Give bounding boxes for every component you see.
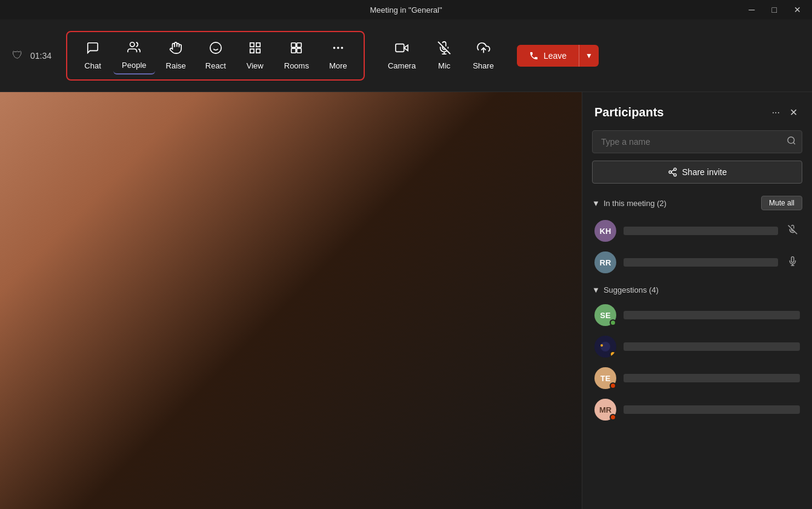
- svg-point-1: [210, 42, 221, 53]
- raise-button[interactable]: Raise: [158, 38, 195, 74]
- suggestion-te[interactable]: TE: [592, 362, 802, 394]
- search-icon-button[interactable]: [787, 136, 796, 148]
- rooms-icon: [290, 41, 303, 58]
- svg-rect-16: [396, 44, 404, 52]
- more-button[interactable]: More: [320, 38, 356, 74]
- more-label: More: [329, 61, 347, 70]
- panel-close-button[interactable]: ✕: [787, 104, 800, 121]
- maximize-button[interactable]: □: [768, 4, 780, 16]
- svg-line-26: [671, 173, 674, 175]
- in-meeting-title[interactable]: ▼ In this meeting (2): [592, 199, 667, 208]
- svg-rect-8: [291, 42, 296, 47]
- svg-rect-5: [256, 42, 260, 46]
- svg-rect-10: [291, 48, 296, 52]
- share-button[interactable]: Share: [464, 38, 502, 74]
- title-bar: Meeting in "General" ─ □ ✕: [0, 0, 812, 19]
- toolbar-right: Camera Mic Share: [379, 38, 502, 74]
- participant-rr-name: [624, 258, 778, 267]
- search-box: [592, 130, 802, 153]
- people-label: People: [122, 61, 146, 70]
- share-invite-label: Share invite: [682, 167, 727, 177]
- avatar-dark: [594, 336, 616, 358]
- status-dot-se: [610, 319, 616, 326]
- avatar-te: TE: [594, 367, 616, 389]
- share-invite-button[interactable]: Share invite: [592, 161, 802, 184]
- participants-panel: Participants ··· ✕ Sha: [582, 92, 812, 509]
- toolbar-left: 🛡 01:34: [12, 49, 52, 62]
- suggestion-mr[interactable]: MR: [592, 394, 802, 425]
- svg-point-33: [601, 344, 603, 347]
- people-icon: [127, 41, 141, 57]
- camera-button[interactable]: Camera: [379, 38, 424, 74]
- in-meeting-section: ▼ In this meeting (2) Mute all KH: [582, 193, 812, 283]
- react-icon: [209, 41, 222, 58]
- suggestion-mr-name: [624, 405, 800, 414]
- people-button[interactable]: People: [113, 37, 155, 75]
- call-timer: 01:34: [30, 51, 52, 61]
- svg-point-13: [337, 47, 339, 49]
- window-title: Meeting in "General": [370, 5, 442, 15]
- panel-more-button[interactable]: ···: [770, 105, 782, 121]
- leave-button-group: Leave ▼: [517, 45, 599, 67]
- svg-point-12: [333, 47, 336, 49]
- svg-marker-15: [404, 45, 408, 50]
- toolbar-center-group: Chat People Rais: [66, 31, 365, 81]
- status-dot-mr: [610, 414, 616, 421]
- view-button[interactable]: View: [237, 38, 273, 74]
- rooms-label: Rooms: [284, 61, 309, 70]
- camera-icon: [395, 41, 408, 58]
- mic-button[interactable]: Mic: [429, 38, 459, 74]
- svg-line-27: [671, 170, 674, 171]
- shield-icon: 🛡: [12, 49, 23, 62]
- suggestion-dark[interactable]: [592, 331, 802, 362]
- minimize-button[interactable]: ─: [745, 4, 759, 16]
- suggestions-title[interactable]: ▼ Suggestions (4): [592, 285, 659, 294]
- mic-on-icon-rr[interactable]: [785, 254, 800, 271]
- leave-button[interactable]: Leave: [517, 45, 579, 67]
- panel-header-actions: ··· ✕: [770, 104, 800, 121]
- rooms-button[interactable]: Rooms: [276, 38, 318, 74]
- panel-header: Participants ··· ✕: [582, 92, 812, 130]
- panel-title: Participants: [594, 105, 664, 119]
- participant-kh[interactable]: KH: [592, 215, 802, 247]
- mute-all-button[interactable]: Mute all: [761, 196, 802, 210]
- suggestions-label: Suggestions (4): [604, 285, 659, 294]
- svg-point-0: [130, 42, 135, 46]
- participant-rr[interactable]: RR: [592, 247, 802, 278]
- suggestion-se[interactable]: SE: [592, 299, 802, 331]
- panel-scroll: ▼ In this meeting (2) Mute all KH: [582, 193, 812, 509]
- in-meeting-label: In this meeting (2): [604, 199, 667, 208]
- chevron-down-icon-suggestions: ▼: [592, 285, 600, 294]
- raise-label: Raise: [166, 61, 186, 70]
- mic-off-icon-kh[interactable]: [785, 222, 800, 239]
- participant-search-input[interactable]: [592, 130, 802, 153]
- suggestion-se-name: [624, 311, 800, 319]
- window-controls: ─ □ ✕: [745, 4, 805, 16]
- react-label: React: [205, 61, 226, 70]
- participant-kh-name: [624, 227, 778, 235]
- svg-line-22: [793, 142, 795, 144]
- view-label: View: [247, 61, 264, 70]
- svg-rect-11: [297, 48, 301, 52]
- svg-point-21: [788, 137, 794, 144]
- in-meeting-header: ▼ In this meeting (2) Mute all: [592, 196, 802, 210]
- suggestion-te-name: [624, 374, 800, 382]
- video-area: [0, 92, 582, 509]
- status-dot-te: [610, 382, 616, 389]
- mic-label: Mic: [438, 61, 450, 70]
- leave-dropdown-button[interactable]: ▼: [579, 45, 599, 67]
- chat-button[interactable]: Chat: [75, 38, 111, 74]
- svg-point-14: [341, 47, 344, 49]
- svg-point-25: [674, 174, 676, 176]
- react-button[interactable]: React: [197, 38, 235, 74]
- close-button[interactable]: ✕: [790, 4, 805, 16]
- leave-label: Leave: [544, 51, 567, 61]
- avatar-se: SE: [594, 304, 616, 326]
- chevron-down-icon: ▼: [592, 199, 600, 208]
- status-dot-dark: [610, 351, 616, 358]
- svg-rect-6: [256, 48, 260, 52]
- suggestion-dark-name: [624, 342, 800, 351]
- svg-point-32: [601, 342, 610, 351]
- svg-point-24: [669, 171, 671, 173]
- view-icon: [248, 41, 262, 58]
